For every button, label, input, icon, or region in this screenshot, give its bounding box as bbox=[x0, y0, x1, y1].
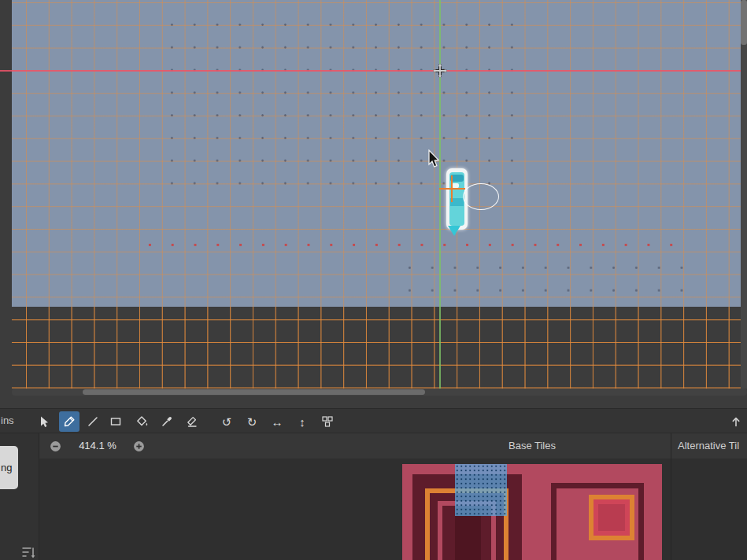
flip-v-icon: ↕ bbox=[299, 416, 305, 428]
x-axis-line bbox=[0, 70, 747, 72]
sort-sources-button[interactable] bbox=[20, 545, 36, 558]
base-tiles-label: Base Tiles bbox=[402, 433, 662, 459]
flip-vertical-button[interactable]: ↕ bbox=[292, 411, 312, 432]
mouse-cursor-icon bbox=[424, 149, 440, 171]
2d-viewport-canvas[interactable] bbox=[0, 0, 747, 408]
zoom-in-button[interactable] bbox=[133, 440, 145, 452]
bucket-icon bbox=[135, 415, 148, 428]
editor-window: ins bbox=[0, 0, 747, 560]
tile-right-core-square bbox=[598, 504, 625, 531]
paint-tool-button[interactable] bbox=[59, 411, 80, 432]
tileset-atlas-preview[interactable] bbox=[402, 464, 662, 560]
move-down-handle-icon[interactable] bbox=[448, 226, 460, 236]
random-tile-button[interactable] bbox=[317, 411, 338, 432]
vertical-scrollbar-thumb[interactable] bbox=[741, 0, 747, 45]
rect-tool-button[interactable] bbox=[105, 411, 126, 432]
flip-h-icon: ↔ bbox=[272, 416, 283, 428]
origin-move-gizmo-icon bbox=[433, 64, 447, 78]
panel-section-divider bbox=[671, 433, 671, 560]
rotate-ccw-icon: ↺ bbox=[222, 416, 232, 428]
tiles-panel-header-row: 414.1 % Base Tiles Alternative Til bbox=[39, 433, 747, 459]
panel-tab-partial[interactable]: ins bbox=[1, 409, 17, 433]
circled-plus-icon bbox=[133, 440, 145, 452]
tilemap-background-region bbox=[12, 0, 747, 307]
atlas-tile-right[interactable] bbox=[532, 464, 662, 560]
eraser-icon bbox=[186, 415, 198, 428]
rotate-left-button[interactable]: ↺ bbox=[216, 411, 237, 432]
pencil-icon bbox=[63, 415, 76, 428]
circled-minus-icon bbox=[50, 440, 61, 452]
picker-tool-button[interactable] bbox=[157, 411, 177, 432]
line-tool-button[interactable] bbox=[83, 411, 103, 432]
flip-horizontal-button[interactable]: ↔ bbox=[267, 411, 287, 432]
zoom-level-value: 414.1 % bbox=[66, 433, 129, 459]
rotate-cw-icon: ↻ bbox=[247, 416, 257, 428]
selection-tool-button[interactable] bbox=[34, 411, 54, 432]
arrow-up-icon bbox=[730, 415, 742, 428]
expand-bottom-panel-button[interactable] bbox=[726, 411, 746, 432]
tile-source-item[interactable]: ng bbox=[0, 446, 18, 489]
eyedropper-icon bbox=[161, 415, 173, 428]
vertical-scrollbar[interactable] bbox=[741, 0, 747, 389]
selection-ellipse bbox=[463, 183, 499, 210]
eraser-tool-button[interactable] bbox=[182, 411, 202, 432]
zoom-out-button[interactable] bbox=[50, 440, 61, 452]
line-icon bbox=[87, 415, 99, 428]
scatter-icon bbox=[321, 415, 334, 428]
selection-crosshair-vertical bbox=[451, 175, 453, 202]
sort-list-icon bbox=[21, 546, 35, 558]
tiles-panel-main: 414.1 % Base Tiles Alternative Til bbox=[39, 433, 747, 560]
cursor-arrow-icon bbox=[38, 415, 50, 428]
rotate-right-button[interactable]: ↻ bbox=[242, 411, 262, 432]
tilemap-toolbar: ins bbox=[0, 408, 747, 433]
tiles-panel-body: ng bbox=[0, 433, 747, 560]
horizontal-scrollbar-thumb[interactable] bbox=[83, 389, 425, 395]
alternative-tiles-label: Alternative Til bbox=[678, 433, 739, 459]
tile-grid-overlay-lower bbox=[12, 307, 747, 389]
horizontal-scrollbar[interactable] bbox=[12, 389, 747, 396]
tile-sources-sidebar: ng bbox=[0, 433, 39, 560]
bucket-fill-tool-button[interactable] bbox=[131, 411, 152, 432]
y-axis-line bbox=[439, 0, 441, 389]
selected-tile-highlight bbox=[455, 464, 507, 516]
rect-icon bbox=[109, 415, 122, 428]
